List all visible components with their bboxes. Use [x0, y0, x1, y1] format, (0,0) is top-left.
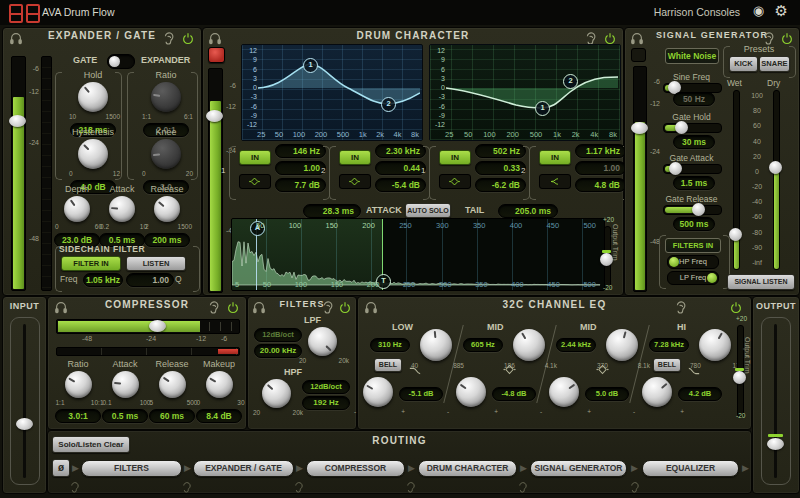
drum-meter[interactable]	[208, 68, 223, 293]
knob-dial[interactable]	[456, 377, 486, 407]
auto-solo-button[interactable]: AUTO SOLO	[405, 203, 451, 218]
power-icon[interactable]	[780, 31, 794, 45]
ear-icon[interactable]	[161, 31, 175, 45]
sine-freq-value[interactable]: 50 Hz	[673, 92, 715, 106]
band-gain-value[interactable]: 5.0 dB	[585, 387, 629, 401]
lp-freq-handle[interactable]	[707, 273, 717, 283]
knob-dial[interactable]	[308, 327, 337, 356]
band-freq-value[interactable]: 502 Hz	[475, 144, 526, 158]
knob-dial[interactable]	[262, 379, 291, 408]
knob-dial[interactable]	[699, 329, 731, 361]
band-gain-value[interactable]: 4.8 dB	[575, 178, 626, 192]
ear-icon[interactable]	[206, 300, 220, 314]
input-fader-handle[interactable]	[16, 418, 33, 430]
bell-toggle-button[interactable]: BELL	[653, 358, 681, 372]
chain-item-drum-character[interactable]: DRUM CHARACTER	[418, 460, 517, 477]
knob-dial[interactable]	[159, 371, 186, 398]
knob-dial[interactable]	[363, 377, 393, 407]
band-shape-button[interactable]	[539, 174, 571, 189]
white-noise-button[interactable]: White Noise	[665, 48, 719, 64]
band-gain-value[interactable]: 4.2 dB	[678, 387, 722, 401]
drum-fader-handle[interactable]	[206, 110, 223, 122]
band-in-button[interactable]: IN	[239, 150, 271, 165]
ear-icon[interactable]	[583, 31, 597, 45]
gate-release-value[interactable]: 500 ms	[673, 217, 715, 231]
kick-preset-button[interactable]: KICK	[729, 56, 758, 72]
band-in-button[interactable]: IN	[439, 150, 471, 165]
tail-time-value[interactable]: 205.0 ms	[498, 204, 558, 218]
output-fader-track[interactable]	[761, 317, 791, 485]
lp-freq-slider[interactable]: LP Freq	[667, 271, 719, 285]
gate-attack-value[interactable]: 1.5 ms	[673, 176, 715, 190]
threshold-slider[interactable]	[56, 319, 240, 334]
knob-dial[interactable]	[513, 329, 545, 361]
chain-item-compressor[interactable]: COMPRESSOR	[306, 460, 405, 477]
hp-freq-handle[interactable]	[669, 257, 679, 267]
gate-hold-handle[interactable]	[675, 121, 688, 134]
envelope-display[interactable]: A T 50100150200250300350400450500 550100…	[231, 218, 605, 291]
knob-value[interactable]: 3.0:1	[55, 409, 101, 423]
gate-release-slider[interactable]	[663, 205, 722, 215]
record-button[interactable]	[208, 47, 225, 63]
band-freq-value[interactable]: 7.28 kHz	[649, 338, 689, 352]
attack-band2-marker[interactable]: 2	[381, 97, 396, 112]
record-indicator[interactable]	[631, 48, 646, 62]
knob-dial[interactable]	[642, 377, 672, 407]
tail-eq-graph[interactable]: 129630-3-6-9-12 25501002005001k2k4k8k 1 …	[429, 44, 621, 141]
ear-icon[interactable]	[761, 31, 775, 45]
attack-eq-graph[interactable]: 129630-3-6-9-12 25501002005001k2k4k8k 1 …	[241, 44, 423, 141]
output-fader-handle[interactable]	[767, 438, 784, 450]
band-freq-value[interactable]: 2.44 kHz	[556, 338, 596, 352]
siggen-fader-handle[interactable]	[631, 122, 648, 134]
knob-value[interactable]: 8.4 dB	[196, 409, 242, 423]
settings-gear-icon[interactable]: ⚙	[775, 2, 788, 20]
knob-dial[interactable]	[64, 196, 90, 222]
sidechain-listen-button[interactable]: LISTEN	[126, 256, 186, 271]
band-freq-value[interactable]: 605 Hz	[463, 338, 503, 352]
band-gain-value[interactable]: -5.1 dB	[399, 387, 443, 401]
tail-band1-marker[interactable]: 1	[535, 101, 550, 116]
ear-icon[interactable]	[292, 479, 304, 497]
wet-slider[interactable]	[733, 90, 740, 270]
hpf-freq-value[interactable]: 192 Hz	[302, 396, 350, 410]
band-shape-button[interactable]	[439, 174, 471, 189]
lpf-slope-button[interactable]: 12dB/oct	[254, 328, 302, 342]
hpf-slope-button[interactable]: 12dB/oct	[302, 380, 350, 394]
ear-icon[interactable]	[516, 479, 528, 497]
wet-handle[interactable]	[729, 228, 742, 241]
band-shape-button[interactable]	[239, 174, 271, 189]
chain-item-equalizer[interactable]: EQUALIZER	[642, 460, 739, 477]
band-freq-value[interactable]: 1.17 kHz	[575, 144, 626, 158]
band-q-value[interactable]: 1.00	[275, 161, 326, 175]
band-shape-button[interactable]	[339, 174, 371, 189]
gate-release-handle[interactable]	[692, 203, 705, 216]
lpf-freq-value[interactable]: 20.00 kHz	[254, 344, 302, 358]
band-q-value[interactable]: 1.00	[575, 161, 626, 175]
hp-freq-slider[interactable]: HP Freq	[667, 255, 719, 269]
sidechain-freq-value[interactable]: 1.05 kHz	[83, 273, 123, 287]
power-icon[interactable]	[338, 300, 352, 314]
power-icon[interactable]	[603, 31, 617, 45]
attack-band1-marker[interactable]: 1	[303, 58, 318, 73]
band-freq-value[interactable]: 146 Hz	[275, 144, 326, 158]
drum-output-trim-handle[interactable]	[600, 253, 613, 266]
ear-icon[interactable]	[68, 479, 80, 497]
power-icon[interactable]	[181, 31, 195, 45]
knob-dial[interactable]	[78, 139, 108, 169]
chain-item-filters[interactable]: FILTERS	[81, 460, 182, 477]
ear-icon[interactable]	[320, 300, 334, 314]
knob-dial[interactable]	[151, 139, 181, 169]
chain-item-signal-generator[interactable]: SIGNAL GENERATOR	[530, 460, 627, 477]
band-gain-value[interactable]: 7.7 dB	[275, 178, 326, 192]
solo-listen-clear-button[interactable]: Solo/Listen Clear	[52, 436, 130, 453]
band-in-button[interactable]: IN	[539, 150, 571, 165]
knob-dial[interactable]	[420, 329, 452, 361]
chain-item-expander-gate[interactable]: EXPANDER / GATE	[193, 460, 294, 477]
compare-icon[interactable]: ◉	[753, 3, 764, 18]
band-gain-value[interactable]: -5.4 dB	[375, 178, 426, 192]
bell-toggle-button[interactable]: BELL	[374, 358, 402, 372]
sidechain-q-value[interactable]: 1.00	[126, 273, 174, 287]
knob-dial[interactable]	[109, 196, 135, 222]
tail-band2-marker[interactable]: 2	[563, 74, 578, 89]
ear-icon[interactable]	[628, 479, 640, 497]
